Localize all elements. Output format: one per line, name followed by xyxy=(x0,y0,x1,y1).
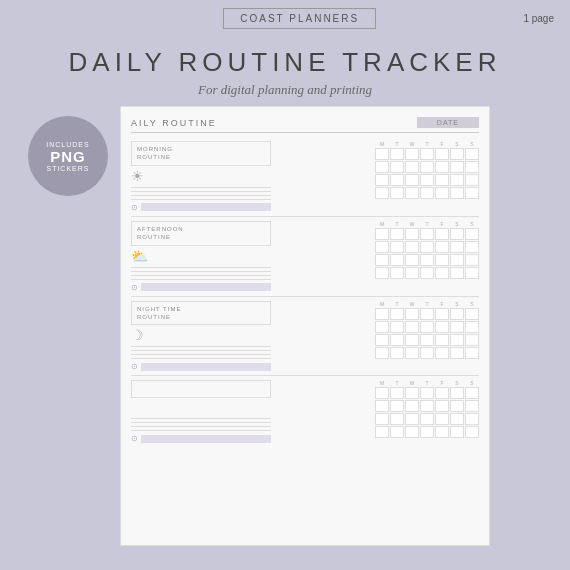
grid-cell xyxy=(375,400,389,412)
grid-cell xyxy=(435,187,449,199)
day-w: W xyxy=(405,141,419,147)
day-m: M xyxy=(375,221,389,227)
title-area: DAILY ROUTINE TRACKER For digital planni… xyxy=(0,37,570,106)
moon-icon: ☽ xyxy=(131,327,144,344)
grid-cell xyxy=(420,174,434,186)
day-w: W xyxy=(405,380,419,386)
top-bar: COAST PLANNERS 1 page xyxy=(0,0,570,37)
grid-cell xyxy=(435,228,449,240)
morning-grid-rows xyxy=(275,148,479,199)
night-grid-rows xyxy=(275,308,479,359)
extra-icon-area xyxy=(131,400,271,416)
morning-icon-area: ☀ xyxy=(131,168,271,185)
grid-cell xyxy=(375,187,389,199)
afternoon-icon-area: ⛅ xyxy=(131,248,271,265)
grid-cell xyxy=(465,187,479,199)
grid-cell xyxy=(405,174,419,186)
grid-row xyxy=(275,267,479,279)
grid-row xyxy=(275,347,479,359)
day-s: S xyxy=(450,301,464,307)
grid-cell xyxy=(465,400,479,412)
line-3 xyxy=(131,195,271,196)
night-grid-header: M T W T F S S xyxy=(275,301,479,307)
grid-cell xyxy=(420,241,434,253)
sticker-includes-text: INCLUDES xyxy=(46,141,89,148)
grid-cell xyxy=(420,308,434,320)
night-time-bar xyxy=(141,363,271,371)
grid-cell xyxy=(405,148,419,160)
grid-cell xyxy=(450,148,464,160)
grid-cell xyxy=(450,387,464,399)
grid-cell xyxy=(435,308,449,320)
day-s2: S xyxy=(465,380,479,386)
morning-label: MORNINGROUTINE xyxy=(137,145,265,162)
grid-cell xyxy=(465,228,479,240)
day-m: M xyxy=(375,141,389,147)
night-icon-area: ☽ xyxy=(131,327,271,344)
clock-icon-afternoon: ⊙ xyxy=(131,283,138,292)
grid-cell xyxy=(465,347,479,359)
clock-icon-night: ⊙ xyxy=(131,362,138,371)
morning-left: MORNINGROUTINE ☀ ⊙ xyxy=(131,141,271,212)
line-1 xyxy=(131,267,271,268)
night-label: NIGHT TIMEROUTINE xyxy=(137,305,265,322)
grid-cell xyxy=(405,426,419,438)
grid-row xyxy=(275,413,479,425)
morning-routine-section: MORNINGROUTINE ☀ ⊙ xyxy=(131,141,479,212)
grid-cell xyxy=(420,267,434,279)
grid-cell xyxy=(450,161,464,173)
extra-routine-section: ⊙ M T W T F S S xyxy=(131,380,479,443)
morning-time-bar xyxy=(141,203,271,211)
day-t2: T xyxy=(420,141,434,147)
night-lines xyxy=(131,346,271,359)
grid-cell xyxy=(435,161,449,173)
grid-cell xyxy=(420,148,434,160)
planner-title: AILY ROUTINE xyxy=(131,118,217,128)
grid-cell xyxy=(390,334,404,346)
grid-row xyxy=(275,308,479,320)
grid-cell xyxy=(405,321,419,333)
sticker-badge: INCLUDES PNG STICKERS xyxy=(28,116,108,196)
cloud-sun-icon: ⛅ xyxy=(131,248,148,265)
afternoon-section-content: AFTERNOONROUTINE ⛅ ⊙ xyxy=(131,221,479,292)
main-title: DAILY ROUTINE TRACKER xyxy=(0,47,570,78)
grid-cell xyxy=(420,413,434,425)
line-4 xyxy=(131,358,271,359)
grid-cell xyxy=(450,254,464,266)
day-m: M xyxy=(375,301,389,307)
grid-row xyxy=(275,400,479,412)
grid-cell xyxy=(435,400,449,412)
grid-cell xyxy=(390,228,404,240)
grid-cell xyxy=(450,413,464,425)
content-area: INCLUDES PNG STICKERS AILY ROUTINE DATE … xyxy=(0,106,570,556)
extra-section-content: ⊙ M T W T F S S xyxy=(131,380,479,443)
extra-label-box xyxy=(131,380,271,398)
afternoon-grid: M T W T F S S xyxy=(275,221,479,292)
grid-cell xyxy=(390,267,404,279)
grid-cell xyxy=(450,187,464,199)
morning-section-content: MORNINGROUTINE ☀ ⊙ xyxy=(131,141,479,212)
grid-row xyxy=(275,148,479,160)
grid-cell xyxy=(465,241,479,253)
grid-cell xyxy=(465,387,479,399)
grid-cell xyxy=(435,413,449,425)
grid-cell xyxy=(435,334,449,346)
grid-row xyxy=(275,321,479,333)
day-t: T xyxy=(390,301,404,307)
line-1 xyxy=(131,187,271,188)
grid-cell xyxy=(465,148,479,160)
grid-cell xyxy=(420,426,434,438)
grid-cell xyxy=(405,400,419,412)
grid-cell xyxy=(435,267,449,279)
day-t2: T xyxy=(420,221,434,227)
sub-title: For digital planning and printing xyxy=(0,82,570,98)
afternoon-grid-header: M T W T F S S xyxy=(275,221,479,227)
grid-cell xyxy=(390,161,404,173)
extra-grid: M T W T F S S xyxy=(275,380,479,443)
grid-cell xyxy=(390,426,404,438)
grid-cell xyxy=(375,308,389,320)
grid-cell xyxy=(405,241,419,253)
grid-cell xyxy=(390,321,404,333)
grid-cell xyxy=(375,174,389,186)
grid-cell xyxy=(465,174,479,186)
